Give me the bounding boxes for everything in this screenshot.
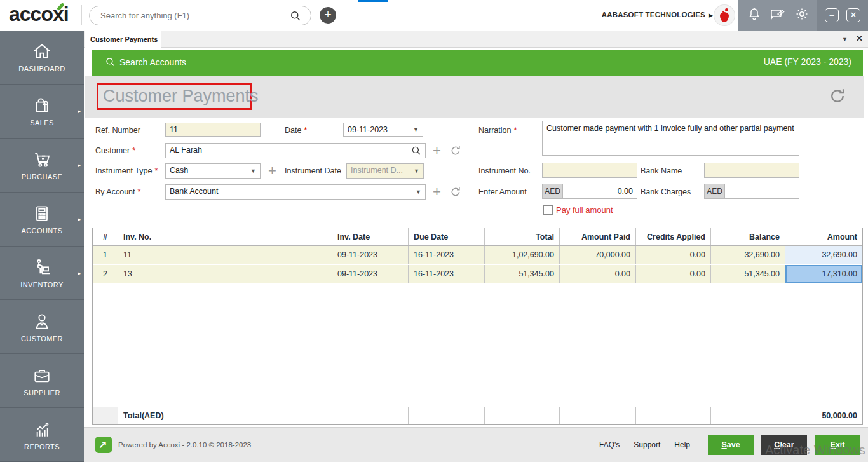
col-num[interactable]: # [93, 228, 118, 245]
gear-icon[interactable] [794, 6, 810, 24]
sidebar-item-supplier[interactable]: SUPPLIER [0, 354, 84, 408]
submenu-arrow-icon: ▸ [78, 270, 81, 276]
narration-textarea[interactable]: Customer made payment with 1 invoice ful… [542, 121, 799, 156]
instrument-type-label: Instrument Type* [95, 166, 158, 175]
save-button[interactable]: Save [708, 435, 754, 455]
tab-close-icon[interactable]: ✕ [856, 34, 863, 43]
sidebar-item-sales[interactable]: SALES ▸ [0, 85, 84, 139]
sidebar-item-dashboard[interactable]: DASHBOARD [0, 31, 84, 85]
table-row[interactable]: 2 13 09-11-2023 16-11-2023 51,345.00 0.0… [93, 265, 862, 284]
table-total-row: Total(AED) 50,000.00 [93, 407, 862, 424]
bell-icon[interactable] [747, 6, 762, 24]
bank-charges-currency: AED [704, 184, 724, 199]
cell-due-date: 16-11-2023 [409, 265, 485, 283]
instrument-no-field[interactable] [542, 163, 637, 178]
total-cell [485, 407, 560, 424]
sidebar-label: SALES [30, 119, 53, 126]
organization-name[interactable]: AABASOFT TECHNOLOGIES [602, 11, 705, 18]
add-instrument-type-icon[interactable]: + [268, 165, 276, 177]
col-balance[interactable]: Balance [711, 228, 785, 245]
tab-customer-payments[interactable]: Customer Payments [85, 31, 161, 48]
pay-full-amount-label: Pay full amount [556, 205, 613, 215]
refresh-customer-icon[interactable] [450, 145, 461, 159]
bank-name-field[interactable] [704, 163, 799, 178]
sidebar-item-customer[interactable]: CUSTOMER [0, 300, 84, 354]
customer-field[interactable]: AL Farah [165, 143, 426, 158]
avatar-logo-blob [720, 12, 729, 22]
search-accounts-button[interactable]: Search Accounts [105, 57, 186, 67]
organization-caret-icon[interactable]: ▶ [709, 12, 713, 18]
payment-form: Ref. Number 11 Date* 09-11-2023▼ Custome… [84, 118, 868, 224]
sidebar-label: INVENTORY [20, 281, 63, 289]
accounts-calculator-icon [31, 203, 53, 224]
help-link[interactable]: Help [674, 440, 690, 449]
topbar-icon-group [738, 0, 817, 31]
global-search-input[interactable]: Search for anything (F1) [89, 6, 311, 25]
date-select[interactable]: 09-11-2023▼ [343, 123, 423, 137]
cell-amount-input[interactable]: 32,690.00 [785, 246, 862, 264]
col-inv-date[interactable]: Inv. Date [332, 228, 409, 245]
by-account-select[interactable]: Bank Account▼ [165, 184, 426, 200]
sidebar-item-reports[interactable]: REPORTS [0, 408, 84, 462]
bank-name-label: Bank Name [641, 166, 682, 175]
instrument-type-select[interactable]: Cash▼ [165, 163, 261, 179]
purchase-cart-icon [31, 149, 53, 170]
avatar-logo-dot [725, 8, 728, 11]
submenu-arrow-icon: ▸ [78, 108, 81, 114]
close-icon[interactable]: ✕ [846, 8, 860, 22]
col-credits-applied[interactable]: Credits Applied [636, 228, 711, 245]
cell-credits-applied: 0.00 [636, 265, 711, 283]
bank-charges-label: Bank Charges [641, 187, 691, 196]
cell-due-date: 16-11-2023 [409, 246, 485, 264]
customer-search-icon[interactable] [410, 145, 422, 158]
col-amount[interactable]: Amount [785, 228, 862, 245]
sidebar-label: REPORTS [24, 443, 60, 451]
exit-button[interactable]: Exit [815, 435, 860, 455]
inventory-trolley-icon [31, 257, 53, 278]
table-row[interactable]: 1 11 09-11-2023 16-11-2023 1,02,690.00 7… [93, 246, 862, 265]
col-inv-no[interactable]: Inv. No. [118, 228, 332, 245]
col-total[interactable]: Total [485, 228, 560, 245]
sidebar-item-purchase[interactable]: PURCHASE ▸ [0, 139, 84, 193]
cell-amount-input-selected[interactable]: 17,310.00 [785, 265, 862, 283]
instrument-no-label: Instrument No. [478, 166, 531, 175]
chevron-down-icon: ▼ [414, 168, 419, 174]
footer-links: FAQ's Support Help [599, 440, 690, 449]
col-due-date[interactable]: Due Date [409, 228, 485, 245]
enter-amount-label: Enter Amount [478, 187, 527, 196]
chat-icon[interactable] [770, 6, 786, 24]
search-icon[interactable] [289, 10, 302, 25]
top-bar: accoxi Search for anything (F1) + AABASO… [0, 0, 868, 31]
enter-amount-currency: AED [542, 184, 562, 199]
instrument-date-select[interactable]: Instrument D...▼ [346, 163, 424, 179]
enter-amount-field[interactable]: 0.00 [562, 184, 637, 199]
sidebar-item-accounts[interactable]: ACCOUNTS ▸ [0, 193, 84, 247]
faqs-link[interactable]: FAQ's [599, 440, 620, 449]
sidebar: DASHBOARD SALES ▸ PURCHASE ▸ ACCOUNTS ▸ … [0, 31, 84, 462]
ref-number-field[interactable]: 11 [165, 123, 261, 137]
tab-list-caret-icon[interactable]: ▼ [842, 36, 848, 43]
minimize-icon[interactable]: – [825, 8, 839, 22]
col-amount-paid[interactable]: Amount Paid [560, 228, 636, 245]
window-controls: – ✕ [817, 0, 868, 31]
quick-add-button[interactable]: + [320, 7, 336, 24]
action-bar: Search Accounts UAE (FY 2023 - 2023) [92, 50, 863, 76]
main-area: Customer Payments ▼ ✕ Search Accounts UA… [84, 31, 868, 462]
accoxi-logo: accoxi [9, 3, 69, 26]
footer-bar: Powered by Accoxi - 2.0.10 © 2018-2023 F… [84, 427, 868, 462]
pay-full-amount-checkbox[interactable] [543, 205, 553, 215]
add-account-icon[interactable]: + [433, 186, 441, 198]
add-customer-icon[interactable]: + [433, 144, 441, 157]
fiscal-year-label: UAE (FY 2023 - 2023) [764, 57, 851, 67]
avatar[interactable] [714, 5, 735, 25]
clear-button[interactable]: Clear [761, 435, 807, 455]
support-link[interactable]: Support [634, 440, 660, 449]
by-account-label: By Account* [95, 187, 140, 196]
refresh-account-icon[interactable] [450, 186, 461, 200]
cell-total: 51,345.00 [485, 265, 560, 283]
bank-charges-field[interactable] [724, 184, 799, 199]
submenu-arrow-icon: ▸ [78, 162, 81, 168]
sidebar-item-inventory[interactable]: INVENTORY ▸ [0, 247, 84, 301]
refresh-icon[interactable] [829, 87, 846, 107]
chevron-down-icon: ▼ [416, 189, 421, 195]
